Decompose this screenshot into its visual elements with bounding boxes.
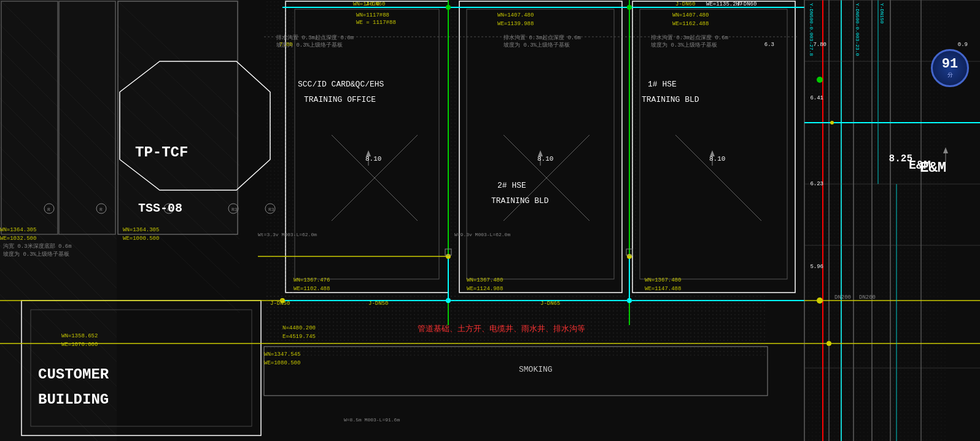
customer-label: CUSTOMER [38,366,109,383]
dim-09: 0.9 [958,42,968,48]
cn-ann-left: 沟宽 0.3米深度底部 0.6m [3,242,72,250]
pipe-dn500-2: Y-DN500-0.003-27.8 [809,3,814,56]
j-dn60-top2: J-DN60 [675,1,695,7]
bottom-ann: W=8.5m M003-L=91.6m [344,417,400,423]
hse2-dim: 8.10 [537,155,553,163]
hse1-sublabel: TRAINING BLD [642,95,699,104]
wn1367-hse1-bot: WN=1367.480 [645,277,681,283]
score-value: 91 [942,58,958,71]
j-dn50-2: J-DN50 [270,301,290,307]
j-dn65: J-DN65 [540,301,560,307]
scc-dim: 8.10 [365,155,381,163]
cad-canvas: R R R3 R3 R3 [0,0,980,441]
score-badge: 91 分 [931,49,969,87]
hse1-label: 1# HSE [648,80,677,89]
we1070: WE=1070.000 [61,342,98,348]
building-label: BUILDING [38,391,109,408]
wn1347: WN=1347.545 [264,351,300,358]
we1080: WE=1080.500 [264,360,300,366]
hse1-dim: 8.10 [709,155,725,163]
svg-rect-98 [804,0,946,441]
red-annotation: 管道基础、土方开、电缆井、雨水井、排水沟等 [418,323,585,334]
scc-building-label: SCC/ID CARD&QC/EHS [298,80,384,89]
svg-text:R: R [47,207,50,212]
dim-780-right: 7.80 [813,42,826,48]
dim-ann-2: W=9.3v M003-L=62.0m [454,232,510,237]
dim-ann-1: Wt=3.3v M003-L=62.0m [258,232,317,237]
svg-point-111 [817,297,823,304]
we1032-left: WE=1032.500 [0,236,36,242]
wn1364-left: WN=1364.305 [0,227,36,233]
we-88: WE = 1117#88 [356,20,396,26]
pipe-ann-6: 坡度为 0.3%上级络子基板 [651,41,717,49]
coord-jdn-top-right: J-DN60 [737,1,756,7]
wn1358: WN=1358.652 [61,333,98,339]
we1162-hse1: WE=1162.488 [672,21,709,27]
cn-ann-left2: 坡度为 0.3%上级络子基板 [3,250,69,258]
dn200-2: DN200 [859,294,876,301]
dn200-1: DN200 [834,294,851,301]
we1000-right: WE=1000.500 [123,236,159,242]
we1147-hse1: WE=1147.488 [645,286,681,292]
hse2-sublabel: TRAINING BLD [491,196,549,205]
wn1367-hse2-bot: WN=1367.480 [467,277,503,283]
j-dn50: J-DN50 [368,301,388,307]
pipe-dn150: Y-DN150 [879,3,885,24]
score-unit: 分 [947,71,953,79]
e-coord: E=4519.745 [282,334,316,340]
we1102-scc: WE=1102.488 [294,286,330,292]
svg-point-112 [826,341,831,346]
coord-780: 7.80 [279,42,293,48]
svg-point-110 [830,121,834,125]
dim-596: 5.96 [810,264,823,270]
wn1407-hse1-top: WN=1407.480 [672,12,709,18]
svg-point-109 [817,77,823,83]
scc-building-sublabel: TRAINING OFFICE [304,95,376,104]
wn1367-scc: WN=1367.476 [294,277,330,283]
wn1364-right: WN=1364.305 [123,227,159,233]
hse2-label: 2# HSE [497,181,526,190]
n-coord: N=4480.200 [282,325,316,331]
tp-tcf-label: TP-TCF [135,144,188,161]
svg-text:R: R [99,207,103,212]
wn1407-hse2-top: WN=1407.480 [497,12,534,18]
we1139-hse2: WE=1139.988 [497,21,534,27]
dim-6-3: 6.3 [764,42,774,48]
j-dn60-top: J-DN60 [365,1,385,7]
tss-label: TSS-08 [138,201,182,215]
svg-text:R3: R3 [231,207,238,212]
dim-623: 6.23 [810,181,823,187]
we1124-hse2: WE=1124.988 [467,286,503,292]
dim-641: 6.41 [810,95,823,101]
cad-drawing: R R R3 R3 R3 [0,0,980,441]
pipe-dn500-3: Y-DN500-0.003-23.0 [855,3,860,56]
dim-825: 8.25 [889,153,912,164]
pipe-ann-4: 坡度为 0.3%上级络子基板 [504,41,570,49]
we-1117: WN=1117#88 [356,12,389,18]
svg-rect-17 [117,0,239,233]
smoking-label: SMOKING [519,365,553,374]
